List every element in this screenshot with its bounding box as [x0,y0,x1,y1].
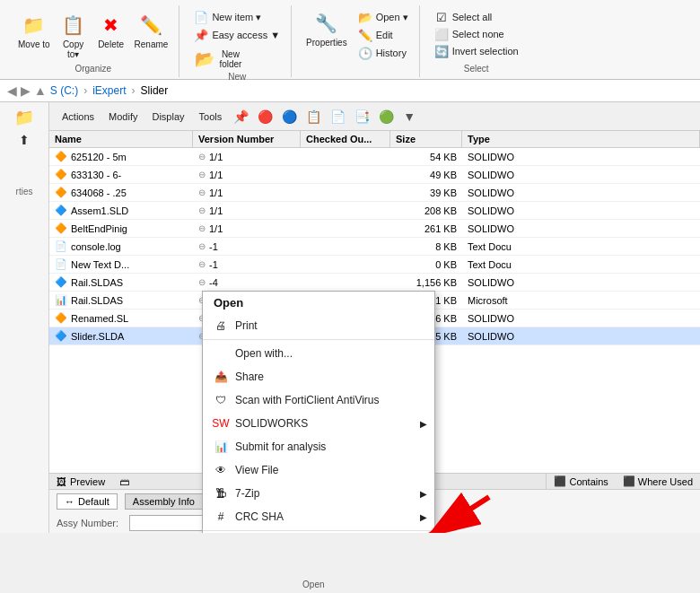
actions-menu[interactable]: Actions [57,109,100,124]
where-used-tab[interactable]: ⬛Where Used [616,474,700,489]
ctx-7zip[interactable]: 🗜 7-Zip ▶ [203,482,434,505]
assembly-info-tab[interactable]: Assembly Info [125,493,203,510]
ctx-view-file[interactable]: 👁 View File [203,458,434,482]
file-version-cell: ⊖ -1 [193,240,301,253]
file-icon: 🔶 [55,312,67,324]
col-size-header[interactable]: Size [390,131,462,147]
col-checked-header[interactable]: Checked Ou... [301,131,390,147]
file-row[interactable]: 📄 console.log ⊖ -1 8 KB Text Docu [49,238,700,256]
move-to-button[interactable]: 📁 Move to [14,9,54,51]
file-name-cell: 🔶 625120 - 5m [49,150,193,163]
nav-back-icon[interactable]: ◀ [7,83,17,98]
file-type-cell: Microsoft [462,294,700,307]
edit-icon: ✏️ [358,28,372,42]
file-row[interactable]: 🔶 634068 - .25 ⊖ 1/1 39 KB SOLIDWO [49,184,700,202]
nav-forward-icon[interactable]: ▶ [21,83,31,98]
ribbon-group-select: ☑ Select all ⬜ Select none 🔄 Invert sele… [424,5,529,77]
history-icon: 🕒 [358,46,372,60]
history-ribbon-button[interactable]: 🕒 Assembly Info History [354,45,412,61]
file-checked-cell [301,246,390,248]
address-part-2[interactable]: iExpert [92,84,126,97]
file-version-cell: ⊖ 1/1 [193,205,301,217]
file-version-cell: ⊖ 1/1 [193,151,301,163]
ctx-submit[interactable]: 📊 Submit for analysis [203,435,434,458]
left-nav-panel: 📁 ⬆ rties [0,102,49,533]
invert-selection-button[interactable]: 🔄 Invert selection [431,43,522,59]
rename-icon: ✏️ [136,11,165,39]
select-none-icon: ⬜ [434,27,449,41]
tree-folder-icon: 📁 [14,108,34,127]
toolbar-icon-1[interactable]: 🔴 [255,109,276,124]
rename-button[interactable]: ✏️ Rename [131,9,172,51]
preview-button[interactable]: 🖼 Preview [49,474,112,489]
crc-icon: # [214,510,228,524]
address-part-1[interactable]: S (C:) [50,84,78,97]
file-checked-cell [301,282,390,283]
col-version-header[interactable]: Version Number [193,131,301,147]
properties-label: rties [16,187,33,196]
file-icon: 📄 [55,258,67,270]
contains-tab[interactable]: ⬛Contains [546,474,615,489]
ctx-crc-sha[interactable]: # CRC SHA ▶ [203,505,434,528]
select-none-button[interactable]: ⬜ Select none [431,26,508,42]
tree-item-up-arrow[interactable]: ⬆ [17,131,31,149]
file-size-cell: 1,156 KB [390,276,462,289]
7zip-icon: 🗜 [214,486,228,501]
new-folder-button[interactable]: 📂 Newfolder [190,47,245,72]
file-name-cell: 🔷 Assem1.SLD [49,204,193,217]
ctx-open-with[interactable]: Open with... [203,342,434,365]
modify-menu[interactable]: Modify [103,109,143,124]
file-row[interactable]: 📄 New Text D... ⊖ -1 0 KB Text Docu [49,256,700,274]
toolbar-icon-7[interactable]: ▼ [400,109,418,124]
toolbar-icon-6[interactable]: 🟢 [376,109,397,124]
ctx-share[interactable]: 📤 Share [203,365,434,388]
ctx-print[interactable]: 🖨 Print [203,314,434,337]
file-row[interactable]: 🔷 Assem1.SLD ⊖ 1/1 208 KB SOLIDWO [49,202,700,220]
ribbon-group-organize: 📁 Move to 📋 Copyto▾ ✖ Delete ✏️ Rename O… [7,5,179,77]
toolbar-icon-2[interactable]: 🔵 [279,109,300,124]
tools-menu[interactable]: Tools [194,109,228,124]
file-type-cell: SOLIDWO [462,276,700,289]
file-type-cell: SOLIDWO [462,205,700,217]
delete-button[interactable]: ✖ Delete [93,9,129,51]
file-checked-cell [301,192,390,194]
pin-icon[interactable]: 📌 [231,109,251,124]
select-all-button[interactable]: ☑ Select all [431,9,496,25]
datacard-button[interactable]: 🗃 [112,474,136,489]
edit-button[interactable]: ✏️ Edit [354,27,412,43]
new-folder-icon: 📂 [194,48,215,70]
open-button[interactable]: 📂 Open ▾ [354,9,412,25]
tree-item-1[interactable]: 📁 [13,106,36,129]
file-row[interactable]: 🔶 BeltEndPinig ⊖ 1/1 261 KB SOLIDWO [49,220,700,238]
toolbar-icon-5[interactable]: 📑 [352,109,372,124]
easy-access-icon: 📌 [194,28,208,42]
new-item-icon: 📄 [194,10,208,24]
toolbar-icon-3[interactable]: 📋 [303,109,324,124]
file-list-header: Name Version Number Checked Ou... Size T… [49,131,700,148]
copy-to-button[interactable]: 📋 Copyto▾ [56,9,92,61]
ctx-solidworks[interactable]: SW SOLIDWORKS ▶ [203,412,434,435]
col-type-header[interactable]: Type [462,131,700,147]
properties-button[interactable]: 🔧 Properties [302,7,351,49]
app-toolbar: Actions Modify Display Tools 📌 🔴 🔵 📋 📄 📑… [49,102,700,131]
file-version-cell: ⊖ 1/1 [193,222,301,235]
copy-icon: 📋 [59,11,88,39]
display-menu[interactable]: Display [146,109,189,124]
file-checked-cell [301,156,390,158]
file-name-cell: 🔶 Renamed.SL [49,311,193,325]
nav-up-icon[interactable]: ▲ [34,83,47,98]
new-item-button[interactable]: 📄 New item ▾ [190,9,265,25]
easy-access-button[interactable]: 📌 Easy access ▼ [190,27,284,43]
file-size-cell: 0 KB [390,258,462,271]
ctx-scan[interactable]: 🛡 Scan with FortiClient AntiVirus [203,388,434,412]
move-icon: 📁 [20,11,48,39]
submit-icon: 📊 [214,440,228,454]
toolbar-icon-4[interactable]: 📄 [328,109,348,124]
col-name-header[interactable]: Name [49,131,193,147]
file-row[interactable]: 🔶 625120 - 5m ⊖ 1/1 54 KB SOLIDWO [49,148,700,166]
default-label: ↔ Default [57,493,118,510]
file-icon: 🔶 [55,151,67,162]
file-row[interactable]: 🔷 Rail.SLDAS ⊖ -4 1,156 KB SOLIDWO [49,274,700,292]
select-all-icon: ☑ [434,10,449,24]
file-row[interactable]: 🔶 633130 - 6- ⊖ 1/1 49 KB SOLIDWO [49,166,700,184]
